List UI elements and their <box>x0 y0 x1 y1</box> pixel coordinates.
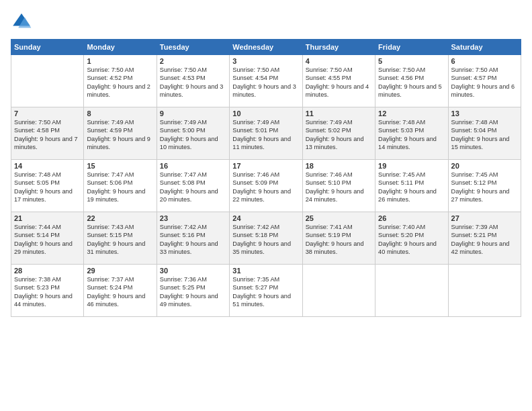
day-info: Sunrise: 7:50 AMSunset: 4:53 PMDaylight:… <box>160 66 226 99</box>
calendar-cell <box>375 265 448 317</box>
day-info: Sunrise: 7:46 AMSunset: 5:10 PMDaylight:… <box>306 171 372 204</box>
day-info: Sunrise: 7:45 AMSunset: 5:12 PMDaylight:… <box>451 171 518 204</box>
week-row-3: 14Sunrise: 7:48 AMSunset: 5:05 PMDayligh… <box>11 160 521 212</box>
day-number: 23 <box>160 214 226 222</box>
calendar-cell: 16Sunrise: 7:47 AMSunset: 5:08 PMDayligh… <box>157 160 229 212</box>
day-number: 27 <box>451 214 518 222</box>
week-row-2: 7Sunrise: 7:50 AMSunset: 4:58 PMDaylight… <box>11 107 521 160</box>
calendar-cell: 4Sunrise: 7:50 AMSunset: 4:55 PMDaylight… <box>302 55 375 107</box>
day-number: 1 <box>87 57 153 65</box>
day-number: 13 <box>451 109 518 118</box>
day-number: 12 <box>378 109 445 118</box>
calendar-cell: 28Sunrise: 7:38 AMSunset: 5:23 PMDayligh… <box>11 265 84 317</box>
calendar-container: SundayMondayTuesdayWednesdayThursdayFrid… <box>0 0 532 411</box>
day-number: 25 <box>306 214 372 222</box>
day-number: 8 <box>87 109 153 118</box>
calendar-table: SundayMondayTuesdayWednesdayThursdayFrid… <box>11 39 521 317</box>
day-number: 6 <box>451 57 518 65</box>
day-number: 17 <box>232 162 299 170</box>
day-number: 7 <box>14 109 81 118</box>
logo-icon <box>11 11 32 32</box>
calendar-cell: 10Sunrise: 7:49 AMSunset: 5:01 PMDayligh… <box>230 107 302 160</box>
weekday-header-row: SundayMondayTuesdayWednesdayThursdayFrid… <box>11 40 521 55</box>
day-info: Sunrise: 7:46 AMSunset: 5:09 PMDaylight:… <box>232 171 299 204</box>
day-number: 16 <box>160 162 226 170</box>
day-info: Sunrise: 7:50 AMSunset: 4:58 PMDaylight:… <box>14 118 81 152</box>
day-number: 28 <box>14 267 81 275</box>
weekday-header-tuesday: Tuesday <box>157 40 229 55</box>
day-info: Sunrise: 7:48 AMSunset: 5:04 PMDaylight:… <box>451 118 518 152</box>
day-info: Sunrise: 7:49 AMSunset: 5:00 PMDaylight:… <box>160 118 226 152</box>
day-info: Sunrise: 7:36 AMSunset: 5:25 PMDaylight:… <box>160 275 226 309</box>
calendar-cell <box>448 265 521 317</box>
day-info: Sunrise: 7:35 AMSunset: 5:27 PMDaylight:… <box>232 275 299 309</box>
calendar-cell: 14Sunrise: 7:48 AMSunset: 5:05 PMDayligh… <box>11 160 84 212</box>
header <box>11 11 521 32</box>
calendar-cell: 9Sunrise: 7:49 AMSunset: 5:00 PMDaylight… <box>157 107 229 160</box>
day-number: 31 <box>232 267 299 275</box>
day-number: 30 <box>160 267 226 275</box>
day-number: 29 <box>87 267 153 275</box>
day-number: 4 <box>306 57 372 65</box>
weekday-header-friday: Friday <box>375 40 448 55</box>
week-row-5: 28Sunrise: 7:38 AMSunset: 5:23 PMDayligh… <box>11 265 521 317</box>
day-number: 14 <box>14 162 81 170</box>
week-row-4: 21Sunrise: 7:44 AMSunset: 5:14 PMDayligh… <box>11 212 521 265</box>
day-info: Sunrise: 7:47 AMSunset: 5:08 PMDaylight:… <box>160 171 226 204</box>
calendar-cell: 26Sunrise: 7:40 AMSunset: 5:20 PMDayligh… <box>375 212 448 265</box>
calendar-cell: 12Sunrise: 7:48 AMSunset: 5:03 PMDayligh… <box>375 107 448 160</box>
day-info: Sunrise: 7:48 AMSunset: 5:03 PMDaylight:… <box>378 118 445 152</box>
calendar-cell: 13Sunrise: 7:48 AMSunset: 5:04 PMDayligh… <box>448 107 521 160</box>
weekday-header-wednesday: Wednesday <box>230 40 302 55</box>
week-row-1: 1Sunrise: 7:50 AMSunset: 4:52 PMDaylight… <box>11 55 521 107</box>
calendar-cell: 24Sunrise: 7:42 AMSunset: 5:18 PMDayligh… <box>230 212 302 265</box>
day-number: 24 <box>232 214 299 222</box>
calendar-cell <box>302 265 375 317</box>
day-number: 3 <box>232 57 299 65</box>
weekday-header-monday: Monday <box>84 40 157 55</box>
calendar-cell: 30Sunrise: 7:36 AMSunset: 5:25 PMDayligh… <box>157 265 229 317</box>
day-info: Sunrise: 7:48 AMSunset: 5:05 PMDaylight:… <box>14 171 81 204</box>
day-number: 2 <box>160 57 226 65</box>
day-number: 22 <box>87 214 153 222</box>
day-number: 11 <box>306 109 372 118</box>
day-info: Sunrise: 7:39 AMSunset: 5:21 PMDaylight:… <box>451 223 518 257</box>
calendar-cell: 21Sunrise: 7:44 AMSunset: 5:14 PMDayligh… <box>11 212 84 265</box>
calendar-cell: 11Sunrise: 7:49 AMSunset: 5:02 PMDayligh… <box>302 107 375 160</box>
calendar-cell: 31Sunrise: 7:35 AMSunset: 5:27 PMDayligh… <box>230 265 302 317</box>
day-number: 19 <box>378 162 445 170</box>
day-number: 10 <box>232 109 299 118</box>
day-info: Sunrise: 7:44 AMSunset: 5:14 PMDaylight:… <box>14 223 81 257</box>
day-info: Sunrise: 7:42 AMSunset: 5:18 PMDaylight:… <box>232 223 299 257</box>
day-info: Sunrise: 7:45 AMSunset: 5:11 PMDaylight:… <box>378 171 445 204</box>
calendar-cell: 8Sunrise: 7:49 AMSunset: 4:59 PMDaylight… <box>84 107 157 160</box>
weekday-header-saturday: Saturday <box>448 40 521 55</box>
day-info: Sunrise: 7:49 AMSunset: 4:59 PMDaylight:… <box>87 118 153 152</box>
day-number: 21 <box>14 214 81 222</box>
logo <box>11 11 35 32</box>
calendar-cell: 18Sunrise: 7:46 AMSunset: 5:10 PMDayligh… <box>302 160 375 212</box>
calendar-cell: 17Sunrise: 7:46 AMSunset: 5:09 PMDayligh… <box>230 160 302 212</box>
calendar-cell: 22Sunrise: 7:43 AMSunset: 5:15 PMDayligh… <box>84 212 157 265</box>
day-number: 26 <box>378 214 445 222</box>
day-number: 20 <box>451 162 518 170</box>
day-info: Sunrise: 7:47 AMSunset: 5:06 PMDaylight:… <box>87 171 153 204</box>
day-info: Sunrise: 7:38 AMSunset: 5:23 PMDaylight:… <box>14 275 81 309</box>
calendar-cell: 7Sunrise: 7:50 AMSunset: 4:58 PMDaylight… <box>11 107 84 160</box>
day-info: Sunrise: 7:50 AMSunset: 4:55 PMDaylight:… <box>306 66 372 99</box>
weekday-header-thursday: Thursday <box>302 40 375 55</box>
day-number: 15 <box>87 162 153 170</box>
weekday-header-sunday: Sunday <box>11 40 84 55</box>
calendar-cell: 19Sunrise: 7:45 AMSunset: 5:11 PMDayligh… <box>375 160 448 212</box>
day-info: Sunrise: 7:42 AMSunset: 5:16 PMDaylight:… <box>160 223 226 257</box>
day-number: 18 <box>306 162 372 170</box>
calendar-cell: 29Sunrise: 7:37 AMSunset: 5:24 PMDayligh… <box>84 265 157 317</box>
calendar-cell: 2Sunrise: 7:50 AMSunset: 4:53 PMDaylight… <box>157 55 229 107</box>
day-info: Sunrise: 7:49 AMSunset: 5:02 PMDaylight:… <box>306 118 372 152</box>
day-info: Sunrise: 7:49 AMSunset: 5:01 PMDaylight:… <box>232 118 299 152</box>
calendar-cell: 20Sunrise: 7:45 AMSunset: 5:12 PMDayligh… <box>448 160 521 212</box>
day-number: 9 <box>160 109 226 118</box>
day-number: 5 <box>378 57 445 65</box>
day-info: Sunrise: 7:50 AMSunset: 4:56 PMDaylight:… <box>378 66 445 99</box>
day-info: Sunrise: 7:41 AMSunset: 5:19 PMDaylight:… <box>306 223 372 257</box>
